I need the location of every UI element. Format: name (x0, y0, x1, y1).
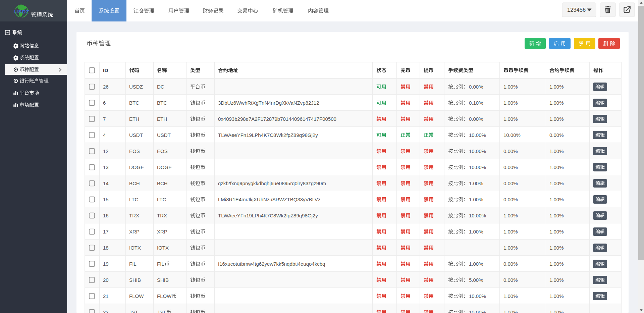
svg-text:SHIB: SHIB (129, 277, 141, 283)
svg-text:TRX: TRX (129, 213, 139, 218)
svg-text:BCH: BCH (157, 180, 168, 186)
svg-text:TLWAeeYFn19LPh4K7C8Wk2fpZ89q98: TLWAeeYFn19LPh4K7C8Wk2fpZ89q98Gj2y (218, 132, 318, 138)
svg-text:0.00%: 0.00% (503, 197, 518, 202)
svg-text:1.00%: 1.00% (503, 116, 518, 122)
svg-text:5.00%: 5.00% (469, 277, 483, 283)
svg-text:14: 14 (103, 180, 109, 186)
svg-text:1.00%: 1.00% (549, 116, 564, 122)
svg-text:XRP: XRP (129, 229, 140, 234)
svg-text:ETH: ETH (157, 116, 167, 122)
svg-text:6: 6 (103, 100, 106, 106)
svg-text:1.00%: 1.00% (503, 84, 518, 90)
svg-text:DC: DC (157, 84, 164, 90)
svg-text:USDZ: USDZ (129, 84, 143, 90)
svg-text:1.00%: 1.00% (503, 100, 518, 106)
svg-text:1.00%: 1.00% (549, 84, 564, 90)
svg-text:USDT: USDT (129, 132, 143, 138)
svg-text:BTC: BTC (157, 100, 167, 106)
svg-text:10.00%: 10.00% (469, 148, 486, 154)
svg-text:FLOW: FLOW (157, 293, 172, 299)
svg-text:EOS: EOS (157, 148, 168, 154)
svg-text:10.00%: 10.00% (469, 309, 486, 313)
svg-text:IOTX: IOTX (129, 245, 141, 251)
svg-text:1.00%: 1.00% (503, 309, 518, 313)
svg-text:1.00%: 1.00% (503, 213, 518, 218)
svg-text:1.00%: 1.00% (549, 261, 564, 267)
svg-text:IOTX: IOTX (157, 245, 169, 251)
svg-text:1.00%: 1.00% (549, 148, 564, 154)
svg-text:USDZ: USDZ (14, 9, 29, 14)
svg-text:1.00%: 1.00% (503, 245, 518, 251)
svg-text:qzkf2fxnq9pnygkkdhqhj6ue0895rq: qzkf2fxnq9pnygkkdhqhj6ue0895rq0lry83zgz9… (218, 180, 326, 186)
svg-text:10.00%: 10.00% (503, 132, 521, 138)
svg-text:18: 18 (103, 245, 109, 251)
svg-text:7: 7 (103, 116, 106, 122)
svg-text:1.00%: 1.00% (549, 100, 564, 106)
svg-text:0.00%: 0.00% (469, 116, 483, 122)
svg-text:13: 13 (103, 164, 109, 170)
svg-text:1.00%: 1.00% (549, 164, 564, 170)
svg-text:XRP: XRP (157, 229, 167, 234)
svg-text:LTC: LTC (157, 197, 166, 202)
svg-text:1.00%: 1.00% (469, 180, 483, 186)
svg-text:f16xucotutbmw4tg62yew7kk5nqdbt: f16xucotutbmw4tg62yew7kk5nqdbti4euqo4kcb… (218, 261, 325, 267)
svg-text:0x4093b298e7A2F172879b70144096: 0x4093b298e7A2F172879b70144096147417F005… (218, 116, 336, 122)
svg-text:1.00%: 1.00% (549, 229, 564, 234)
svg-text:0.10%: 0.10% (469, 100, 483, 106)
svg-text:1.00%: 1.00% (549, 277, 564, 283)
svg-text:1.00%: 1.00% (549, 293, 564, 299)
svg-text:ETH: ETH (129, 116, 139, 122)
svg-text:15: 15 (103, 197, 109, 202)
svg-text:1.00%: 1.00% (549, 213, 564, 218)
svg-text:3DbUz6WwhRtXgTnN4nrDgXkVaNZvp8: 3DbUz6WwhRtXgTnN4nrDgXkVaNZvp82J12 (218, 100, 319, 106)
svg-text:1.00%: 1.00% (549, 180, 564, 186)
svg-text:16: 16 (103, 213, 109, 218)
svg-text:0.00%: 0.00% (503, 261, 518, 267)
svg-text:10.00%: 10.00% (469, 164, 486, 170)
svg-text:26: 26 (103, 84, 109, 90)
svg-text:SHIB: SHIB (157, 277, 169, 283)
svg-text:EOS: EOS (129, 148, 140, 154)
svg-text:10.00%: 10.00% (469, 213, 486, 218)
svg-text:1.00%: 1.00% (469, 261, 483, 267)
svg-text:10.00%: 10.00% (469, 132, 486, 138)
svg-text:FLOW: FLOW (129, 293, 144, 299)
svg-text:BCH: BCH (129, 180, 140, 186)
svg-text:0.00%: 0.00% (469, 84, 483, 90)
svg-text:1.00%: 1.00% (469, 197, 483, 202)
svg-text:17: 17 (103, 229, 109, 234)
svg-text:TRX: TRX (157, 213, 167, 218)
svg-text:DOGE: DOGE (157, 164, 172, 170)
svg-text:1.00%: 1.00% (549, 309, 564, 313)
svg-text:10.00%: 10.00% (469, 293, 486, 299)
svg-text:1.00%: 1.00% (469, 229, 483, 234)
svg-text:JST: JST (129, 309, 138, 313)
svg-text:LMi8R1E4mrJkjXUhNzuSRWZTBQ33yV: LMi8R1E4mrJkjXUhNzuSRWZTBQ33yVBLVz (218, 197, 320, 202)
svg-text:ID: ID (103, 67, 108, 73)
svg-text:1.00%: 1.00% (549, 197, 564, 202)
svg-text:1.00%: 1.00% (503, 293, 518, 299)
svg-text:20: 20 (103, 277, 109, 283)
svg-text:JST: JST (157, 309, 166, 313)
svg-text:TLWAeeYFn19LPh4K7C8Wk2fpZ89q98: TLWAeeYFn19LPh4K7C8Wk2fpZ89q98Gj2y (218, 213, 318, 218)
svg-text:22: 22 (103, 309, 109, 313)
svg-text:FIL: FIL (129, 261, 137, 267)
svg-text:USDT: USDT (157, 132, 171, 138)
svg-text:BTC: BTC (129, 100, 139, 106)
svg-text:1.00%: 1.00% (503, 229, 518, 234)
svg-text:19: 19 (103, 261, 109, 267)
svg-text:0.00%: 0.00% (503, 164, 518, 170)
svg-text:LTC: LTC (129, 197, 138, 202)
svg-text:0.00%: 0.00% (503, 148, 518, 154)
svg-text:FIL: FIL (157, 261, 164, 267)
svg-text:0.00%: 0.00% (503, 277, 518, 283)
svg-text:12: 12 (103, 148, 109, 154)
svg-text:0.00%: 0.00% (503, 180, 518, 186)
svg-text:123456: 123456 (567, 7, 586, 13)
svg-text:DOGE: DOGE (129, 164, 144, 170)
svg-text:21: 21 (103, 293, 109, 299)
svg-text:4: 4 (103, 132, 106, 138)
svg-text:1.00%: 1.00% (549, 245, 564, 251)
svg-text:0.00%: 0.00% (549, 132, 564, 138)
